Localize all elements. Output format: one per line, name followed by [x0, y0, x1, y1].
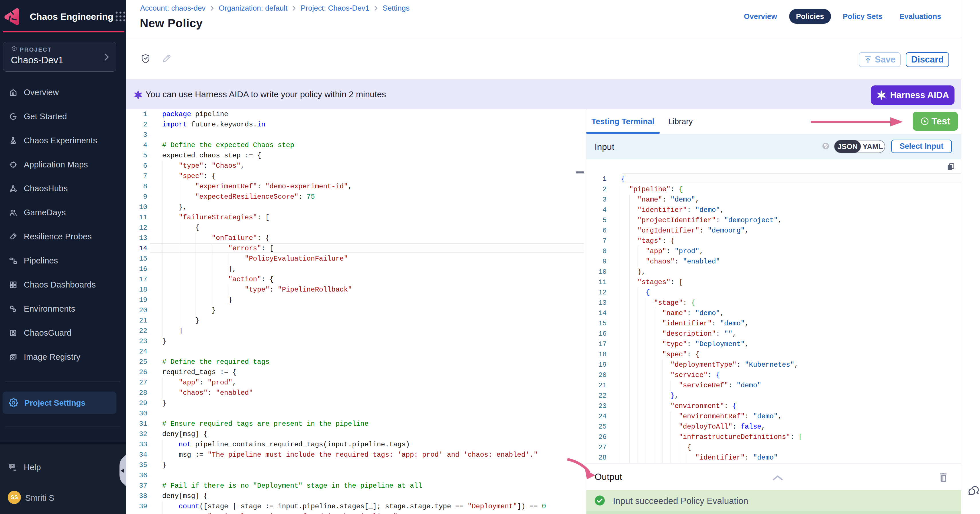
svg-text:?: ?: [11, 464, 13, 468]
